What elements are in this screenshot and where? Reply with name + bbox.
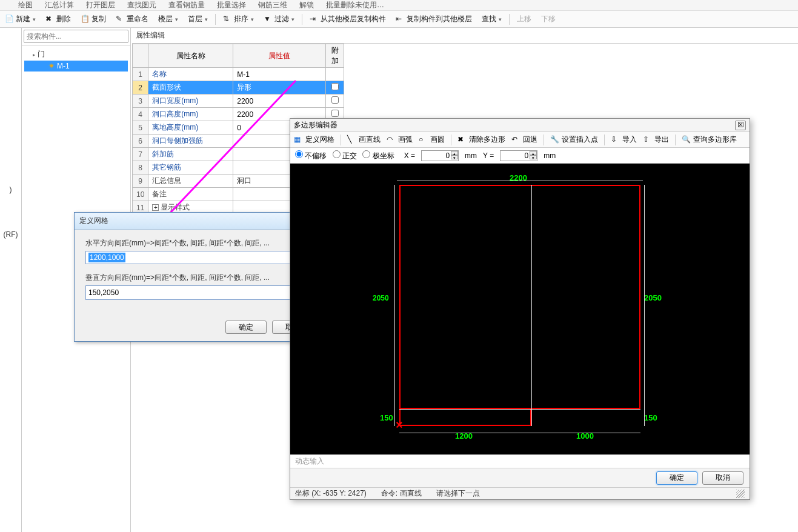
dim-left: 2050	[373, 293, 389, 302]
export-icon: ⇧	[643, 135, 653, 145]
pe-cancel-button[interactable]: 取消	[702, 471, 743, 485]
delete-icon: ✖	[45, 15, 55, 24]
table-row[interactable]: 3洞口宽度(mm)2200	[133, 95, 344, 108]
copy-to-other-button[interactable]: ⇤复制构件到其他楼层	[393, 13, 474, 25]
v-spacing-label: 垂直方向间距(mm)=>间距*个数, 间距, 间距*个数, 间距, ...	[85, 273, 313, 283]
sort-icon: ⇅	[223, 15, 233, 24]
grid-icon: ▦	[294, 135, 304, 145]
grid-ok-button[interactable]: 确定	[225, 321, 267, 334]
x-unit: mm	[465, 151, 477, 160]
status-cmd: 命令: 画直线	[381, 488, 422, 499]
clear-icon: ✖	[457, 135, 467, 145]
toolbar-secondary: 📄新建 ✖删除 📋复制 ✎重命名 楼层 首层 ⇅排序 ▼过滤 ⇥从其他楼层复制构…	[0, 11, 798, 28]
attach-checkbox[interactable]	[331, 83, 339, 90]
radio-no-offset[interactable]: 不偏移	[295, 151, 327, 160]
status-hint: 请选择下一点	[436, 488, 722, 499]
rename-button[interactable]: ✎重命名	[113, 13, 151, 25]
move-down-button[interactable]: 下移	[539, 13, 558, 25]
circle-icon: ○	[419, 135, 428, 145]
undo-button[interactable]: ↶回退	[511, 135, 537, 145]
move-up-button[interactable]: 上移	[514, 13, 534, 25]
left-strip: ) (RF)	[0, 28, 22, 532]
pe-status-bar: 坐标 (X: -635 Y: 2427) 命令: 画直线 请选择下一点	[290, 487, 750, 499]
attach-checkbox[interactable]	[331, 96, 339, 104]
h-spacing-label: 水平方向间距(mm)=>间距*个数, 间距, 间距*个数, 间距, ...	[85, 238, 313, 248]
pe-ok-button[interactable]: 确定	[656, 471, 697, 485]
table-row[interactable]: 1名称M-1	[133, 68, 344, 81]
new-button[interactable]: 📄新建	[2, 13, 38, 25]
first-floor-button[interactable]: 首层	[185, 13, 210, 25]
attach-checkbox[interactable]	[331, 110, 339, 117]
tree-node-door[interactable]: 门	[24, 48, 128, 61]
table-row[interactable]: 2截面形状异形	[133, 81, 344, 95]
y-unit: mm	[544, 151, 556, 160]
floors-button[interactable]: 楼层	[156, 13, 181, 25]
polygon-editor-window: 多边形编辑器 ☒ ▦定义网格 ╲画直线 ◠画弧 ○画圆 ✖清除多边形 ↶回退 🔧…	[290, 118, 750, 500]
search-input[interactable]	[24, 30, 128, 43]
rename-icon: ✎	[116, 15, 125, 24]
search-icon: 🔍	[682, 135, 691, 145]
import-button[interactable]: ⇩导入	[611, 135, 637, 145]
dynamic-input-bar[interactable]: 动态输入	[290, 454, 750, 468]
filter-icon: ▼	[264, 15, 273, 24]
copy-button[interactable]: 📋复制	[78, 13, 108, 25]
pe-titlebar[interactable]: 多边形编辑器 ☒	[290, 119, 750, 132]
tree-node-m1[interactable]: ✷M-1	[24, 61, 128, 71]
y-spin-up[interactable]: ▴	[530, 151, 537, 155]
ribbon-partial: 绘图汇总计算打开图层查找图元查看钢筋量批量选择钢筋三维解锁批量删除未使用…	[0, 0, 798, 11]
close-icon: ☒	[737, 121, 744, 129]
dialog-titlebar[interactable]: 定义网格 ✕	[75, 213, 324, 230]
copy-from-icon: ⇥	[310, 15, 319, 24]
y-spin-down[interactable]: ▾	[530, 155, 537, 159]
status-coord: 坐标 (X: -635 Y: 2427)	[295, 488, 367, 499]
query-lib-button[interactable]: 🔍查询多边形库	[682, 135, 737, 145]
component-tree[interactable]: 门 ✷M-1	[22, 45, 130, 74]
delete-button[interactable]: ✖删除	[43, 13, 73, 25]
copy-to-icon: ⇤	[396, 15, 405, 24]
draw-line-button[interactable]: ╲画直线	[347, 135, 381, 145]
x-label: X =	[404, 151, 415, 160]
resize-grip[interactable]	[736, 490, 745, 498]
h-spacing-input[interactable]: 1200,1000	[85, 251, 313, 264]
drawing-canvas[interactable]: 2200 2050 2050 150 150 1200 1000 ×	[290, 164, 750, 454]
col-value: 属性值	[233, 44, 326, 68]
clear-button[interactable]: ✖清除多边形	[457, 135, 505, 145]
draw-arc-button[interactable]: ◠画弧	[387, 135, 413, 145]
pe-title-text: 多边形编辑器	[294, 120, 337, 130]
import-icon: ⇩	[611, 135, 620, 145]
dim-left-small: 150	[380, 413, 393, 422]
dim-right: 2050	[644, 293, 662, 302]
find-button[interactable]: 查找	[479, 13, 504, 25]
sort-button[interactable]: ⇅排序	[221, 13, 256, 25]
x-spin-up[interactable]: ▴	[451, 151, 458, 155]
dim-right-small: 150	[644, 413, 657, 422]
property-panel-title: 属性编辑	[132, 28, 798, 44]
radio-ortho[interactable]: 正交	[333, 151, 357, 160]
pe-coord-bar: 不偏移 正交 极坐标 X = ▴▾ mm Y = ▴▾ mm	[290, 148, 750, 164]
set-insert-button[interactable]: 🔧设置插入点	[550, 135, 598, 145]
col-name: 属性名称	[148, 44, 233, 68]
origin-marker: ×	[396, 418, 403, 432]
define-grid-dialog: 定义网格 ✕ 水平方向间距(mm)=>间距*个数, 间距, 间距*个数, 间距,…	[74, 212, 325, 342]
wrench-icon: 🔧	[550, 135, 560, 145]
v-spacing-input[interactable]	[85, 285, 313, 300]
draw-circle-button[interactable]: ○画圆	[419, 135, 445, 145]
arc-icon: ◠	[387, 135, 396, 145]
new-icon: 📄	[5, 15, 15, 24]
filter-button[interactable]: ▼过滤	[261, 13, 297, 25]
radio-polar[interactable]: 极坐标	[362, 151, 394, 160]
dialog-title: 定义网格	[79, 216, 108, 226]
line-icon: ╲	[347, 135, 357, 145]
y-label: Y =	[483, 151, 494, 160]
node-icon: ✷	[48, 62, 55, 70]
copy-from-other-button[interactable]: ⇥从其他楼层复制构件	[307, 13, 388, 25]
undo-icon: ↶	[511, 135, 521, 145]
copy-icon: 📋	[81, 15, 90, 24]
pe-toolbar: ▦定义网格 ╲画直线 ◠画弧 ○画圆 ✖清除多边形 ↶回退 🔧设置插入点 ⇩导入…	[290, 132, 750, 148]
define-grid-button[interactable]: ▦定义网格	[294, 135, 334, 145]
pe-close-button[interactable]: ☒	[735, 121, 746, 130]
x-spin-down[interactable]: ▾	[451, 155, 458, 159]
export-button[interactable]: ⇧导出	[643, 135, 669, 145]
col-extra: 附加	[326, 44, 344, 68]
